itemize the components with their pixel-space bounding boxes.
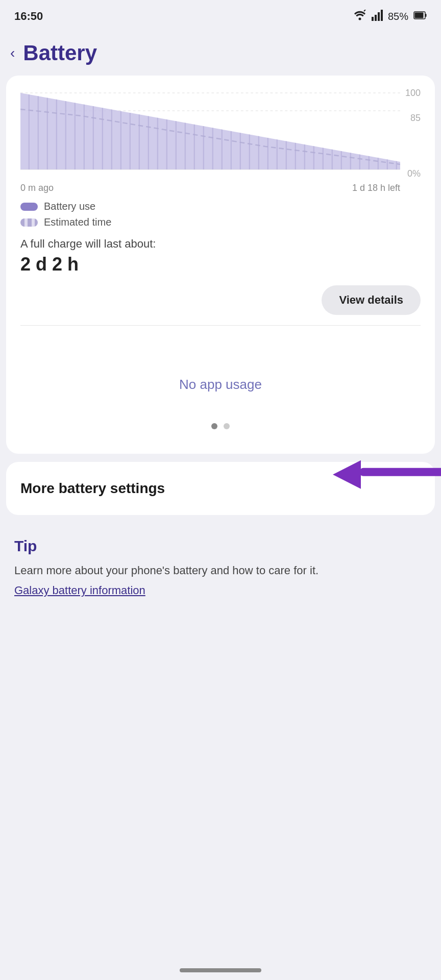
view-details-wrap: View details	[20, 285, 421, 315]
page-dots	[20, 423, 421, 442]
legend-label-estimated-time: Estimated time	[44, 216, 111, 228]
status-time: 16:50	[14, 10, 43, 23]
svg-marker-14	[333, 460, 361, 489]
chart-time-left: 0 m ago	[20, 183, 54, 193]
legend-label-battery-use: Battery use	[44, 201, 95, 212]
bottom-pill	[180, 968, 261, 972]
svg-rect-3	[378, 12, 380, 21]
status-bar: 16:50 85%	[0, 0, 441, 31]
back-button[interactable]: ‹	[10, 46, 15, 60]
more-battery-settings-card[interactable]: More battery settings	[6, 462, 435, 515]
signal-icon	[372, 10, 383, 23]
page-header: ‹ Battery	[0, 31, 441, 76]
tip-text: Learn more about your phone's battery an…	[14, 562, 427, 579]
galaxy-battery-info-link[interactable]: Galaxy battery information	[14, 584, 145, 597]
no-app-usage: No app usage	[20, 336, 421, 423]
wifi-icon	[353, 10, 366, 23]
battery-chart-svg	[20, 88, 400, 180]
legend-item-battery-use: Battery use	[20, 201, 421, 212]
full-charge-label: A full charge will last about:	[20, 237, 421, 251]
view-details-button[interactable]: View details	[322, 285, 421, 315]
chart-y-labels: 100 85 0%	[405, 88, 421, 179]
legend-item-estimated-time: Estimated time	[20, 216, 421, 228]
chart-area: 100 85 0% 0 m ago 1 d 18 h left	[20, 88, 421, 193]
svg-rect-1	[372, 17, 374, 21]
chart-x-labels: 0 m ago 1 d 18 h left	[20, 183, 421, 193]
battery-icon	[413, 11, 427, 22]
chart-label-0: 0%	[407, 168, 421, 179]
svg-rect-4	[381, 10, 383, 21]
battery-chart-card: 100 85 0% 0 m ago 1 d 18 h left Battery …	[6, 76, 435, 454]
svg-rect-7	[415, 12, 424, 18]
full-charge-value: 2 d 2 h	[20, 254, 421, 275]
chart-legend: Battery use Estimated time	[20, 201, 421, 228]
dot-1	[211, 423, 217, 429]
arrow-indicator	[333, 454, 441, 497]
svg-point-0	[358, 17, 361, 20]
status-right-icons: 85%	[353, 10, 427, 23]
chart-label-100: 100	[405, 88, 421, 99]
more-battery-settings-label: More battery settings	[20, 480, 165, 497]
legend-icon-dashed	[20, 218, 38, 227]
tip-title: Tip	[14, 537, 427, 555]
bottom-nav-bar	[0, 964, 441, 980]
divider	[20, 325, 421, 326]
legend-icon-solid	[20, 203, 38, 211]
chart-time-right: 1 d 18 h left	[352, 183, 400, 193]
battery-percentage: 85%	[388, 11, 408, 22]
chart-label-85: 85	[410, 113, 421, 124]
svg-rect-2	[375, 15, 377, 21]
page-title: Battery	[23, 41, 97, 65]
svg-marker-13	[20, 93, 400, 169]
svg-rect-6	[425, 14, 427, 17]
tip-section: Tip Learn more about your phone's batter…	[0, 523, 441, 628]
dot-2	[224, 423, 230, 429]
